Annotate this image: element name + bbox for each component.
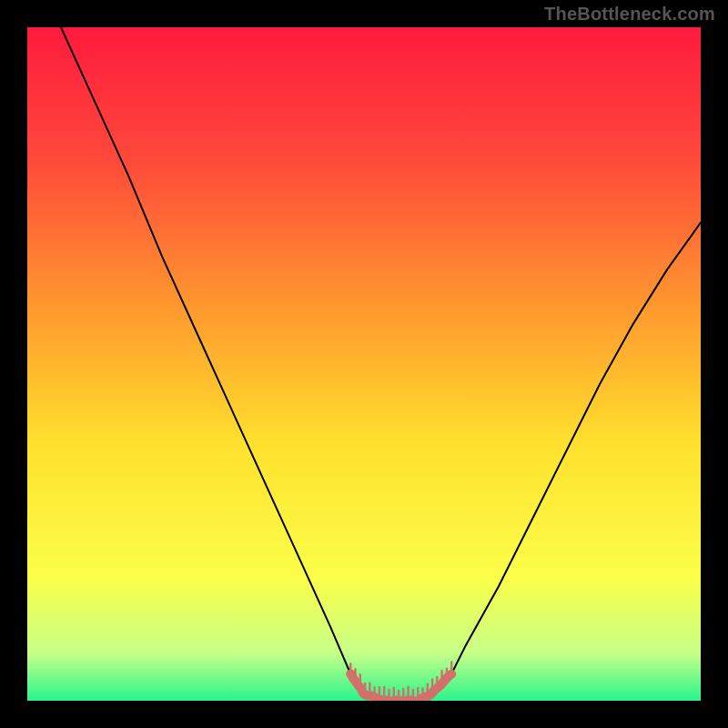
gradient-background [27, 27, 701, 701]
plot-area [27, 27, 701, 701]
chart-frame: TheBottleneck.com [0, 0, 728, 728]
chart-svg [27, 27, 701, 701]
watermark-text: TheBottleneck.com [544, 4, 715, 25]
